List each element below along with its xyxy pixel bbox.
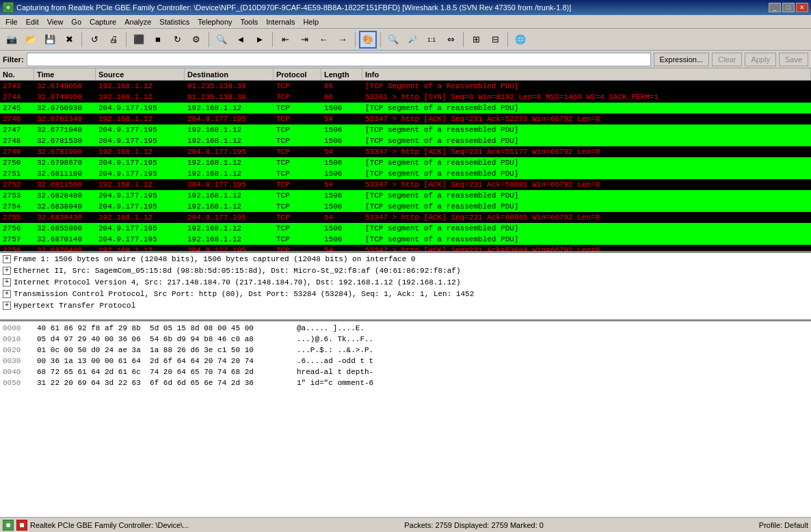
menu-item-analyze[interactable]: Analyze xyxy=(120,15,155,28)
packet-row[interactable]: 275032.6798670204.9.177.195192.168.1.12T… xyxy=(0,157,811,168)
packet-cell: 192.168.1.12 xyxy=(96,179,185,190)
detail-row-http[interactable]: +Hypertext Transfer Protocol xyxy=(0,300,811,311)
col-header-length[interactable]: Length xyxy=(321,68,362,80)
packet-cell: TCP xyxy=(274,245,321,251)
expand-icon[interactable]: + xyxy=(3,290,11,298)
menu-item-statistics[interactable]: Statistics xyxy=(155,15,194,28)
packet-cell: 91.235.138.38 xyxy=(185,92,274,103)
packet-row[interactable]: 274332.6749050192.168.1.1291.235.138.38T… xyxy=(0,81,811,92)
main-area: No. Time Source Destination Protocol Len… xyxy=(0,68,811,532)
close-capture-button[interactable]: ✖ xyxy=(60,31,78,49)
expand-icon[interactable]: + xyxy=(3,255,11,263)
col-header-time[interactable]: Time xyxy=(34,68,96,80)
packet-row[interactable]: 274532.6760930204.9.177.195192.168.1.12T… xyxy=(0,103,811,114)
clear-filter-button[interactable]: Clear xyxy=(712,53,742,66)
detail-row-frame[interactable]: +Frame 1: 1506 bytes on wire (12048 bits… xyxy=(0,253,811,265)
packet-row[interactable]: 275132.6811180204.9.177.195192.168.1.12T… xyxy=(0,168,811,179)
filter-input[interactable] xyxy=(27,53,651,66)
packet-cell: TCP xyxy=(274,223,321,234)
col-header-protocol[interactable]: Protocol xyxy=(274,68,321,80)
packet-row[interactable]: 274432.6749950192.168.1.1291.235.138.38T… xyxy=(0,92,811,103)
go-fwd-button[interactable]: → xyxy=(334,31,351,49)
detail-row-tcp[interactable]: +Transmission Control Protocol, Src Port… xyxy=(0,288,811,300)
start-capture-button[interactable]: ⬛ xyxy=(130,31,148,49)
packet-row[interactable]: 275732.6870140204.9.177.195192.168.1.12T… xyxy=(0,234,811,245)
restart-capture-button[interactable]: ↻ xyxy=(168,31,186,49)
packet-row[interactable]: 274732.6771040204.9.177.195192.168.1.12T… xyxy=(0,124,811,135)
new-capture-button[interactable]: 📷 xyxy=(3,31,21,49)
col-header-source[interactable]: Source xyxy=(96,68,185,80)
menu-item-telephony[interactable]: Telephony xyxy=(194,15,236,28)
packet-row[interactable]: 275232.6811560192.168.1.12204.9.177.195T… xyxy=(0,179,811,190)
expression-button[interactable]: Expression... xyxy=(654,53,710,66)
next-packet-button[interactable]: ► xyxy=(251,31,269,49)
packet-row[interactable]: 274932.6781900192.168.1.12204.9.177.195T… xyxy=(0,146,811,157)
open-button[interactable]: 📂 xyxy=(22,31,40,49)
resolve-button[interactable]: 🌐 xyxy=(511,31,529,49)
find-packet-button[interactable]: 🔍 xyxy=(213,31,230,49)
packet-cell: 53361 > http [SYN] Seq=0 Win=8192 Len=0 … xyxy=(362,92,811,103)
prev-packet-button[interactable]: ◄ xyxy=(232,31,250,49)
packet-cell: 204.9.177.195 xyxy=(96,190,185,201)
menu-item-capture[interactable]: Capture xyxy=(85,15,120,28)
close-button[interactable]: ✕ xyxy=(796,3,808,12)
zoom-normal-button[interactable]: 1:1 xyxy=(423,31,440,49)
menu-item-go[interactable]: Go xyxy=(67,15,85,28)
apply-filter-button[interactable]: Apply xyxy=(745,53,776,66)
maximize-button[interactable]: □ xyxy=(782,3,795,12)
menu-item-help[interactable]: Help xyxy=(299,15,323,28)
go-back-button[interactable]: ← xyxy=(315,31,332,49)
menu-item-internals[interactable]: Internals xyxy=(262,15,299,28)
capture-options-button[interactable]: ⚙ xyxy=(187,31,205,49)
expand-icon[interactable]: + xyxy=(3,267,11,275)
col-header-destination[interactable]: Destination xyxy=(185,68,274,80)
minimize-button[interactable]: _ xyxy=(769,3,781,12)
go-first-button[interactable]: ⇤ xyxy=(276,31,294,49)
zoom-in-button[interactable]: 🔍 xyxy=(384,31,402,49)
packet-row[interactable]: 274632.6761340192.168.1.12204.9.177.195T… xyxy=(0,114,811,124)
packet-cell: 1506 xyxy=(321,223,362,234)
reload-button[interactable]: ↺ xyxy=(85,31,103,49)
stop-capture-button[interactable]: ■ xyxy=(149,31,167,49)
packet-cell: [TCP segment of a reassembled PDU] xyxy=(362,234,811,245)
packet-details: +Frame 1: 1506 bytes on wire (12048 bits… xyxy=(0,253,811,321)
detail-row-ip[interactable]: +Internet Protocol Version 4, Src: 217.1… xyxy=(0,276,811,288)
packet-cell: 192.168.1.12 xyxy=(185,234,274,245)
hex-row: 0040 68 72 65 61 64 2d 61 6c 74 20 64 65… xyxy=(3,367,808,377)
detail-text: Hypertext Transfer Protocol xyxy=(14,302,135,310)
packet-row[interactable]: 275832.6870480192.168.1.12204.9.177.195T… xyxy=(0,245,811,251)
menu-item-tools[interactable]: Tools xyxy=(237,15,263,28)
colorize-button[interactable]: 🎨 xyxy=(359,31,377,49)
packet-cell: 54 xyxy=(321,212,362,223)
expand-all-button[interactable]: ⊞ xyxy=(467,31,485,49)
packet-cell: 204.9.177.195 xyxy=(96,201,185,212)
col-header-no[interactable]: No. xyxy=(0,68,34,80)
expand-icon[interactable]: + xyxy=(3,302,11,310)
packet-row[interactable]: 275632.6855800204.9.177.195192.168.1.12T… xyxy=(0,223,811,234)
expand-icon[interactable]: + xyxy=(3,278,11,287)
packet-row[interactable]: 274832.6781530204.9.177.195192.168.1.12T… xyxy=(0,135,811,146)
packet-row[interactable]: 275432.6838040204.9.177.195192.168.1.12T… xyxy=(0,201,811,212)
print-button[interactable]: 🖨 xyxy=(105,31,122,49)
packet-row[interactable]: 275532.6838430192.168.1.12204.9.177.195T… xyxy=(0,212,811,223)
save-button[interactable]: 💾 xyxy=(41,31,59,49)
menu-item-edit[interactable]: Edit xyxy=(22,15,43,28)
packet-row[interactable]: 275332.6828480204.9.177.195192.168.1.12T… xyxy=(0,190,811,201)
packet-cell: 204.9.177.195 xyxy=(96,124,185,135)
zoom-out-button[interactable]: 🔎 xyxy=(403,31,421,49)
menu-item-view[interactable]: View xyxy=(43,15,68,28)
hex-bytes: 31 22 20 69 64 3d 22 63 6f 6d 6d 65 6e 7… xyxy=(37,379,297,387)
packet-cell: TCP xyxy=(274,190,321,201)
menu-item-file[interactable]: File xyxy=(1,15,22,28)
packet-cell: 192.168.1.12 xyxy=(96,212,185,223)
window-controls[interactable]: _ □ ✕ xyxy=(769,3,808,12)
save-filter-button[interactable]: Save xyxy=(779,53,808,66)
packet-cell: 2756 xyxy=(0,223,34,234)
resize-cols-button[interactable]: ⇔ xyxy=(442,31,460,49)
detail-row-ethernet[interactable]: +Ethernet II, Src: SagemCom_05:15:8d (98… xyxy=(0,265,811,276)
go-last-button[interactable]: ⇥ xyxy=(295,31,313,49)
packet-cell: [TCP segment of a reassembled PDU] xyxy=(362,157,811,168)
collapse-all-button[interactable]: ⊟ xyxy=(486,31,504,49)
packet-cell: 32.6828480 xyxy=(34,190,96,201)
col-header-info[interactable]: Info xyxy=(362,68,811,80)
